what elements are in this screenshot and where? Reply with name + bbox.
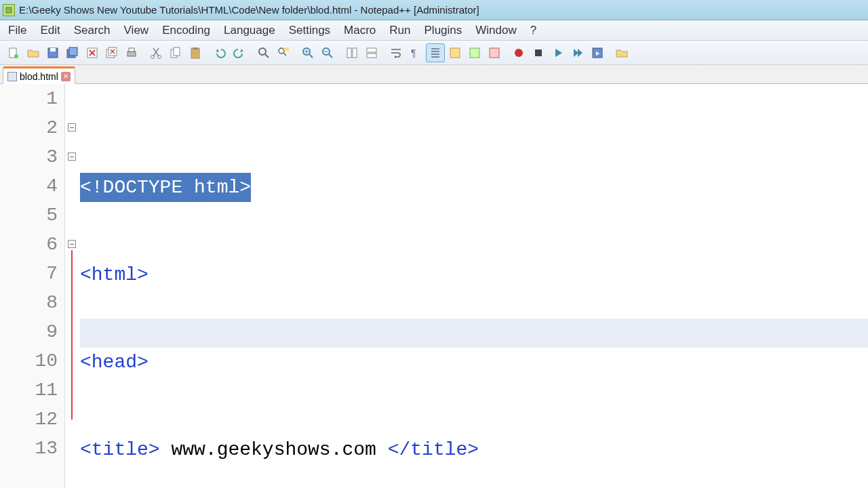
save-icon[interactable]: [43, 43, 62, 62]
svg-rect-26: [367, 54, 376, 58]
fold-toggle-icon[interactable]: [68, 240, 76, 248]
paste-icon[interactable]: [186, 43, 205, 62]
zoom-out-icon[interactable]: [318, 43, 337, 62]
line-number: 8: [0, 288, 64, 317]
current-line-highlight: [80, 319, 868, 348]
doc-map-icon[interactable]: [465, 43, 484, 62]
zoom-in-icon[interactable]: [298, 43, 317, 62]
code-area[interactable]: <!DOCTYPE html> <html> <head> <title> ww…: [80, 84, 868, 488]
app-icon: [3, 4, 15, 16]
svg-rect-11: [129, 48, 134, 52]
line-number: 9: [0, 317, 64, 346]
code-text: <title>: [80, 435, 160, 464]
stop-macro-icon[interactable]: [529, 43, 548, 62]
svg-point-18: [259, 48, 266, 55]
svg-rect-28: [450, 48, 460, 58]
find-icon[interactable]: [254, 43, 273, 62]
save-all-icon[interactable]: [63, 43, 82, 62]
menu-run[interactable]: Run: [382, 20, 417, 40]
line-number: 11: [0, 375, 64, 405]
svg-rect-10: [127, 52, 136, 56]
menu-file[interactable]: File: [1, 20, 33, 40]
play-macro-icon[interactable]: [549, 43, 568, 62]
fold-line: [71, 250, 73, 420]
func-list-icon[interactable]: [485, 43, 504, 62]
svg-text:¶: ¶: [411, 47, 416, 58]
menu-language[interactable]: Language: [217, 20, 282, 40]
menu-help[interactable]: ?: [524, 20, 543, 40]
svg-point-12: [151, 55, 155, 58]
svg-rect-17: [193, 47, 197, 49]
undo-icon[interactable]: [210, 43, 229, 62]
record-macro-icon[interactable]: [509, 43, 528, 62]
new-file-icon[interactable]: [4, 43, 23, 62]
sync-h-icon[interactable]: [362, 43, 381, 62]
menu-bar: File Edit Search View Encoding Language …: [0, 20, 868, 41]
menu-plugins[interactable]: Plugins: [418, 20, 469, 40]
tab-blod-html[interactable]: blod.html ✕: [3, 66, 75, 84]
editor[interactable]: 1 2 3 4 5 6 7 8 9 10 11 12 13 <!DOCTYPE …: [0, 84, 868, 488]
tab-close-icon[interactable]: ✕: [61, 72, 71, 81]
line-number: 3: [0, 142, 64, 171]
tab-bar: blod.html ✕: [0, 65, 868, 84]
fold-toggle-icon[interactable]: [68, 123, 76, 131]
code-text: <!DOCTYPE html>: [80, 173, 251, 202]
open-file-icon[interactable]: [24, 43, 43, 62]
svg-rect-20: [284, 47, 289, 51]
svg-point-13: [158, 55, 161, 58]
tab-label: blod.html: [20, 71, 58, 82]
svg-rect-6: [69, 47, 77, 56]
title-bar: E:\Geeky Shows New Youtube Tutorials\HTM…: [0, 0, 868, 20]
menu-search[interactable]: Search: [67, 20, 117, 40]
save-macro-icon[interactable]: [588, 43, 607, 62]
code-text: <html>: [80, 260, 149, 289]
cut-icon[interactable]: [146, 43, 165, 62]
line-number: 1: [0, 84, 64, 113]
wordwrap-icon[interactable]: [387, 43, 406, 62]
copy-icon[interactable]: [166, 43, 185, 62]
svg-rect-32: [535, 49, 542, 56]
line-number: 4: [0, 171, 64, 201]
user-lang-icon[interactable]: [446, 43, 465, 62]
code-text: www.geekyshows.com: [160, 435, 388, 464]
fold-column: [65, 84, 80, 488]
menu-window[interactable]: Window: [469, 20, 523, 40]
line-number-gutter: 1 2 3 4 5 6 7 8 9 10 11 12 13: [0, 84, 65, 488]
code-text: <head>: [80, 348, 149, 377]
svg-rect-30: [490, 48, 499, 58]
menu-view[interactable]: View: [117, 20, 156, 40]
svg-rect-23: [347, 48, 351, 58]
print-icon[interactable]: [122, 43, 141, 62]
window-title: E:\Geeky Shows New Youtube Tutorials\HTM…: [19, 4, 479, 16]
menu-settings[interactable]: Settings: [282, 20, 337, 40]
svg-rect-25: [367, 48, 376, 52]
line-number: 6: [0, 230, 64, 259]
replace-icon[interactable]: [274, 43, 293, 62]
redo-icon[interactable]: [230, 43, 249, 62]
close-all-icon[interactable]: [102, 43, 121, 62]
play-multi-icon[interactable]: [568, 43, 587, 62]
svg-point-19: [279, 48, 284, 54]
svg-rect-15: [174, 47, 180, 56]
fold-toggle-icon[interactable]: [68, 152, 76, 161]
line-number: 12: [0, 405, 64, 434]
svg-rect-29: [470, 48, 479, 58]
sync-v-icon[interactable]: [342, 43, 361, 62]
close-icon[interactable]: [83, 43, 102, 62]
svg-rect-16: [191, 48, 199, 58]
menu-macro[interactable]: Macro: [337, 20, 382, 40]
indent-guide-icon[interactable]: [426, 43, 445, 62]
svg-point-2: [14, 54, 18, 58]
menu-encoding[interactable]: Encoding: [155, 20, 217, 40]
show-folder-icon[interactable]: [612, 43, 631, 62]
show-all-chars-icon[interactable]: ¶: [406, 43, 425, 62]
svg-rect-0: [6, 7, 12, 13]
line-number: 5: [0, 201, 64, 230]
line-number: 2: [0, 113, 64, 142]
code-text: </title>: [388, 435, 479, 464]
line-number: 10: [0, 346, 64, 375]
toolbar: ¶: [0, 41, 868, 65]
svg-rect-24: [353, 48, 357, 58]
svg-point-31: [515, 49, 523, 57]
menu-edit[interactable]: Edit: [33, 20, 66, 40]
